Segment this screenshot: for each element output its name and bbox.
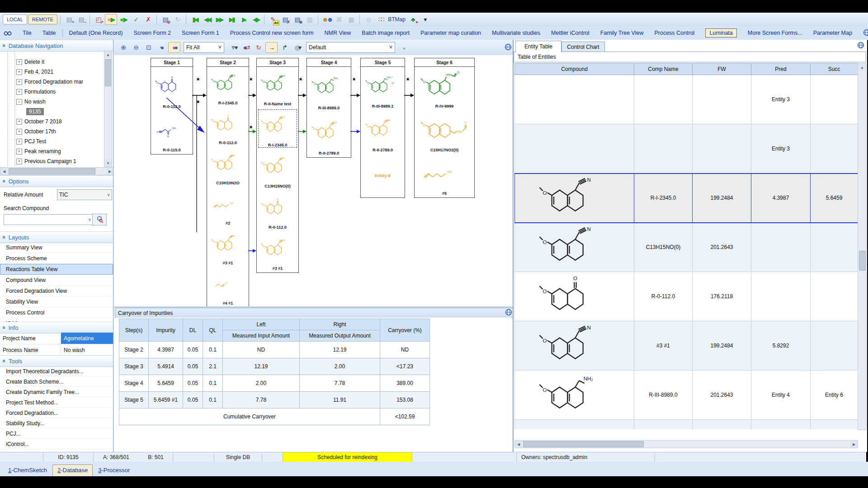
globe-icon[interactable] [505,309,512,317]
menu-item-process-control-new-screen-form[interactable]: Process Control new screen form [230,30,314,36]
collapse-icon[interactable]: − [16,99,22,105]
collapse-chevron-icon[interactable]: « [1,360,7,363]
reaction-scheme-canvas[interactable]: Stage 1OOR-0-112.0NOOHR-0-115.0Stage 2ON… [114,55,513,306]
stage-box-3[interactable]: Stage 3ONR-II-Name testONR-I-2345.0ONC13… [256,58,299,273]
compound-r-i-2345-0[interactable]: ONR-I-2345.0 [207,67,249,107]
structure-search-button[interactable] [92,214,107,225]
tree-item-october-17th[interactable]: +October 17th [0,127,105,136]
compound--3-1[interactable]: ON#3 #1 [257,231,298,272]
compound-r-0-112-0[interactable]: OOR-0-112.0 [257,190,298,231]
scatter-icon[interactable]: ∷∷ [375,14,386,24]
layouts-header[interactable]: « Layouts [0,231,113,243]
delete-record-icon[interactable]: ▤− [75,14,87,24]
compound-r-0-112-0[interactable]: OOR-0-112.0 [207,107,249,147]
tree-vertical-scrollbar[interactable]: ▲ ▼ [104,51,112,167]
layout-item-forced-degradation-view[interactable]: Forced Degradation View [0,286,113,296]
layout-item-stability-view[interactable]: Stability View [0,296,113,307]
collapse-chevron-icon[interactable]: « [1,44,7,47]
compound-c10h10n2o[interactable]: ONC10H10N2O [207,147,249,187]
compound--4-1[interactable]: O#4 #1 [207,267,249,306]
globe-icon[interactable] [505,43,512,52]
globe-icon[interactable] [857,42,864,50]
entity-vertical-scrollbar[interactable]: ▲ [858,63,867,430]
tree-item-peak-renaming[interactable]: +Peak renaming [0,146,105,156]
nav-switch-icon[interactable]: ◀▶ [250,14,261,24]
tool-item-icontrol-[interactable]: iControl... [0,439,113,449]
menu-item-screen-form-2[interactable]: Screen Form 2 [133,30,171,36]
stage-box-4[interactable]: Stage 4ONH₂R-III-8989.0ONR-II-2789.0 [307,58,351,158]
menu-item-parameter-map[interactable]: Parameter Map [813,30,852,36]
menu-item-batch-image-report[interactable]: Batch image report [362,30,410,36]
scroll-right-icon[interactable]: ▶ [850,441,858,448]
layout-item-compound-view[interactable]: Compound View [0,275,113,286]
tree-item-9135[interactable]: 9135 [0,107,105,117]
entity-row-7[interactable]: ONH₂R-III-8989.0201.2643Entity 4Entity 6 [515,371,858,420]
expand-icon[interactable]: + [16,59,22,65]
zoom-region-icon[interactable]: ⊡ [143,42,154,52]
tree-item-october-7-2018[interactable]: +October 7 2018 [0,117,105,127]
compound--3-1[interactable]: ON#3 #1 [207,227,249,267]
expand-icon[interactable]: + [16,149,22,155]
scrollbar-thumb[interactable] [523,441,644,447]
new-record-icon[interactable]: ▤+ [63,14,75,24]
compound-r-iv-9999[interactable]: OHNOR-IV-9999 [415,67,474,110]
compound-r-ii-2789-0[interactable]: ONR-II-2789.0 [361,110,405,154]
menu-item-more-screen-forms-[interactable]: More Screen Forms... [748,30,802,36]
nav-last-icon[interactable]: ▶▮ [226,14,237,24]
module-tab-3-processor[interactable]: 3-Processor [94,465,134,476]
toolbar-more-icon[interactable]: ₌ [398,42,410,52]
doc-delete-icon[interactable]: ▤✗ [279,14,291,24]
compound-c13h15no-0-[interactable]: ONC13H15NO(0) [257,149,298,190]
info-value[interactable]: Agomelatine [61,333,113,344]
entity-row-3[interactable]: ONR-I-2345.0199.24844.39875.6459 [515,174,858,223]
btmap-button[interactable]: BTMap [387,16,406,23]
scrollbar-thumb[interactable] [859,251,866,271]
tree-horizontal-scrollbar[interactable]: ◀ ▶ [0,167,113,175]
display-balls-large-icon[interactable]: ●● [168,42,180,53]
compound-r-i-2345-0[interactable]: ONR-I-2345.0 [257,108,298,149]
apply-check-icon[interactable]: ✓ [130,14,142,24]
menu-item-parameter-map-curation[interactable]: Parameter map curation [420,30,481,36]
layout-item-process-scheme[interactable]: Process Scheme [0,253,113,264]
tree-item-forced-degradation-mar[interactable]: +Forced Degradation mar [0,77,105,87]
stage-box-1[interactable]: Stage 1OOR-0-112.0NOOHR-0-115.0 [151,58,193,155]
expand-icon[interactable]: + [16,159,22,164]
filter-icon[interactable]: ▼▾ [227,42,239,52]
nav-next-icon[interactable]: ▶▶ [213,14,225,24]
compound-c15h17no2-0-[interactable]: ONHOC15H17NO2(0) [415,110,474,154]
menu-item-mettler-icontrol[interactable]: Mettler iControl [551,30,590,36]
menu-item-default-one-record-[interactable]: Default (One Record) [69,30,123,36]
tab-entity-table[interactable]: Entity Table [515,41,561,52]
highlight-all-icon[interactable]: ✎All [267,14,278,24]
globe-icon[interactable] [863,29,868,38]
scrollbar-thumb[interactable] [9,168,95,174]
remote-button[interactable]: REMOTE [28,14,57,24]
menu-item-multivariate-studies[interactable]: Multivariate studies [492,30,540,36]
expand-icon[interactable]: + [16,69,22,75]
arrow-tool-icon[interactable]: → [265,42,278,53]
tool-item-pcj-[interactable]: PCJ... [0,428,113,439]
relative-amount-select[interactable]: TIC ˅ [57,189,112,200]
doc-settings-icon[interactable]: ▤⊛ [292,14,303,24]
menu-item-luminata[interactable]: Luminata [705,28,736,38]
users-icon[interactable]: ☻☻ [321,14,332,24]
fit-select[interactable]: Fit All˅ [184,42,224,53]
tool-item-project-test-method-[interactable]: Project Test Method... [0,397,113,408]
menu-item-family-tree-view[interactable]: Family Tree View [600,30,644,36]
entity-row-8[interactable]: O [515,420,858,430]
word-report-icon[interactable]: ▤⊘ [160,14,171,24]
scrollbar-thumb[interactable] [105,59,111,86]
zoom-in-icon[interactable]: ⊕ [118,42,129,52]
nav-goto-icon[interactable]: ▶.. [238,14,249,24]
compound-r-ii-2789-0[interactable]: ONR-II-2789.0 [307,112,351,157]
nav-first-icon[interactable]: ▮◀ [189,14,200,24]
display-balls-small-icon[interactable]: •● [156,42,167,52]
entity-row-1[interactable]: Entity 3 [515,75,858,124]
transfer-icon[interactable]: ●⇄ [240,42,251,52]
tool-item-forced-degradation-[interactable]: Forced Degradation... [0,408,113,418]
nav-prev-icon[interactable]: ◀◀ [201,14,212,24]
scroll-left-icon[interactable]: ◀ [0,168,8,175]
menu-item-table[interactable]: Table [42,30,56,36]
collapse-chevron-icon[interactable]: « [1,236,7,239]
expand-icon[interactable]: + [16,119,22,125]
